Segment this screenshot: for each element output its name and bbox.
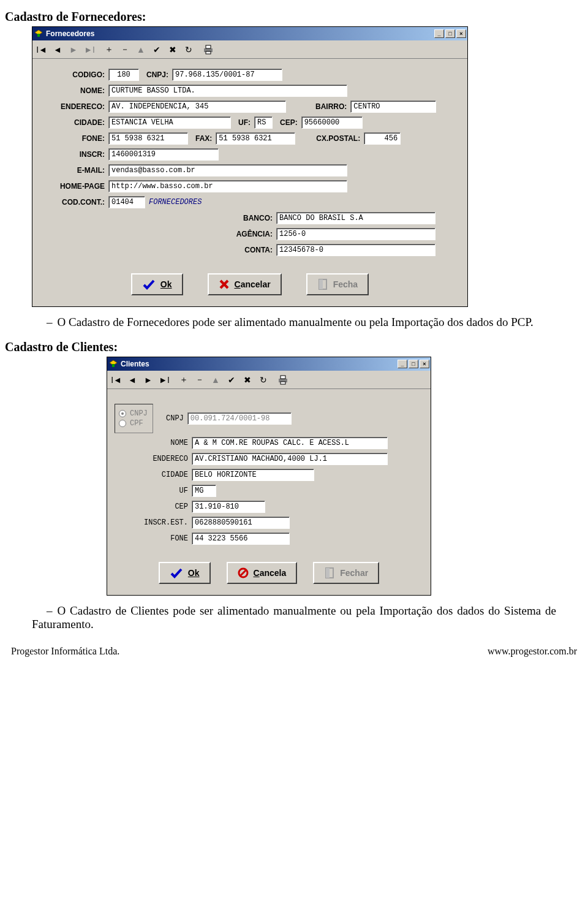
footer-right: www.progestor.com.br [488, 646, 577, 657]
titlebar[interactable]: Fornecedores _ □ × [32, 27, 467, 40]
next-record-icon[interactable]: ► [141, 373, 156, 387]
delete-record-icon[interactable]: － [192, 373, 207, 387]
endereco-field[interactable]: AV.CRISTIANO MACHADO,4000 LJ.1 [192, 453, 388, 465]
label-bairro: BAIRRO: [315, 102, 347, 111]
print-icon[interactable] [276, 373, 290, 387]
fecha-button[interactable]: Fecha [306, 273, 369, 295]
no-entry-icon [238, 567, 249, 578]
cnpj-field[interactable]: 97.968.135/0001-87 [172, 69, 282, 81]
post-record-icon[interactable]: ✔ [149, 42, 164, 57]
homepage-field[interactable]: http://www.basso.com.br [108, 180, 347, 192]
check-icon [142, 279, 156, 290]
prev-record-icon[interactable]: ◄ [50, 42, 65, 57]
last-record-icon[interactable]: ►I [82, 42, 97, 57]
toolbar: I◄ ◄ ► ►I ＋ － ▲ ✔ ✖ ↻ [107, 371, 431, 389]
label-fone: FONE: [40, 134, 105, 143]
ok-label: Ok [188, 568, 200, 578]
label-cxpostal: CX.POSTAL: [316, 134, 360, 143]
svg-rect-8 [319, 279, 323, 289]
cnpj-radio[interactable] [119, 410, 126, 417]
app-icon [108, 359, 118, 369]
add-record-icon[interactable]: ＋ [176, 373, 191, 387]
cep-field[interactable]: 95660000 [301, 116, 363, 129]
label-conta: CONTA: [230, 246, 273, 254]
fax-field[interactable]: 51 5938 6321 [216, 132, 295, 145]
codigo-field[interactable]: 180 [108, 69, 139, 81]
maximize-button[interactable]: □ [445, 29, 455, 38]
cancelar-button[interactable]: Cancelar [208, 273, 282, 295]
close-button[interactable]: × [456, 29, 466, 38]
ok-button[interactable]: Ok [131, 273, 183, 295]
label-cidade: CIDADE [115, 471, 188, 479]
post-record-icon[interactable]: ✔ [224, 373, 239, 387]
last-record-icon[interactable]: ►I [157, 373, 172, 387]
svg-rect-4 [206, 51, 211, 54]
fone-field[interactable]: 44 3223 5566 [192, 532, 290, 545]
minimize-button[interactable]: _ [434, 29, 444, 38]
edit-record-icon[interactable]: ▲ [208, 373, 223, 387]
label-fax: FAX: [195, 134, 212, 143]
first-record-icon[interactable]: I◄ [34, 42, 49, 57]
cidade-field[interactable]: ESTANCIA VELHA [108, 116, 231, 129]
label-homepage: HOME-PAGE [40, 182, 105, 191]
first-record-icon[interactable]: I◄ [109, 373, 124, 387]
codcont-helper: FORNECEDORES [149, 198, 202, 206]
delete-record-icon[interactable]: － [118, 42, 132, 57]
refresh-icon[interactable]: ↻ [181, 42, 196, 57]
fecha-label: Fecha [333, 279, 358, 289]
window-title: Clientes [121, 360, 398, 368]
ok-button[interactable]: Ok [159, 562, 211, 584]
doc-type-radio[interactable]: CNPJ CPF [115, 404, 153, 433]
label-uf: UF [115, 487, 188, 495]
cxpostal-field[interactable]: 456 [364, 132, 401, 145]
maximize-button[interactable]: □ [409, 360, 418, 368]
svg-rect-3 [206, 45, 211, 48]
label-inscr: INSCR: [40, 150, 105, 159]
label-nome: NOME: [40, 86, 105, 95]
nome-field[interactable]: CURTUME BASSO LTDA. [108, 85, 347, 97]
conta-field[interactable]: 12345678-0 [276, 244, 435, 256]
door-icon [324, 567, 335, 579]
label-uf: UF: [238, 118, 251, 127]
uf-field[interactable]: MG [192, 485, 216, 497]
edit-record-icon[interactable]: ▲ [134, 42, 148, 57]
print-icon[interactable] [201, 42, 216, 57]
email-field[interactable]: vendas@basso.com.br [108, 164, 347, 176]
fechar-button[interactable]: Fechar [313, 562, 379, 584]
inscrest-field[interactable]: 0628880590161 [192, 517, 290, 529]
window-fornecedores: Fornecedores _ □ × I◄ ◄ ► ►I ＋ － ▲ ✔ ✖ ↻… [32, 26, 468, 307]
codcont-field[interactable]: 01404 [108, 196, 145, 208]
label-endereco: ENDERECO: [40, 102, 105, 111]
cnpj-field[interactable]: 00.091.724/0001-98 [187, 412, 292, 425]
agencia-field[interactable]: 1256-0 [276, 228, 435, 240]
minimize-button[interactable]: _ [398, 360, 407, 368]
footer-left: Progestor Informática Ltda. [11, 646, 119, 657]
bairro-field[interactable]: CENTRO [350, 100, 436, 113]
close-button[interactable]: × [420, 360, 429, 368]
form-area: CNPJ CPF CNPJ 00.091.724/0001-98 NOME A … [107, 389, 431, 595]
inscr-field[interactable]: 1460001319 [108, 148, 219, 161]
cancel-record-icon[interactable]: ✖ [165, 42, 180, 57]
refresh-icon[interactable]: ↻ [256, 373, 271, 387]
uf-field[interactable]: RS [254, 116, 273, 129]
cidade-field[interactable]: BELO HORIZONTE [192, 469, 314, 481]
cancel-record-icon[interactable]: ✖ [240, 373, 255, 387]
banco-field[interactable]: BANCO DO BRASIL S.A [276, 212, 435, 224]
svg-rect-12 [281, 376, 285, 379]
cep-field[interactable]: 31.910-810 [192, 501, 265, 513]
window-title: Fornecedores [46, 29, 434, 38]
next-record-icon[interactable]: ► [66, 42, 81, 57]
label-inscrest: INSCR.EST. [115, 518, 188, 527]
heading-fornecedores: Cadastro de Fornecedores: [5, 10, 583, 24]
prev-record-icon[interactable]: ◄ [125, 373, 140, 387]
cpf-radio[interactable] [119, 420, 126, 427]
label-cep: CEP [115, 502, 188, 511]
endereco-field[interactable]: AV. INDEPENDENCIA, 345 [108, 100, 286, 113]
add-record-icon[interactable]: ＋ [102, 42, 116, 57]
titlebar[interactable]: Clientes _ □ × [107, 357, 431, 371]
body-fornecedores: –O Cadastro de Fornecedores pode ser ali… [32, 316, 556, 329]
cancela-button[interactable]: Cancela [227, 562, 298, 584]
ok-label: Ok [160, 279, 172, 289]
fone-field[interactable]: 51 5938 6321 [108, 132, 188, 145]
nome-field[interactable]: A & M COM.RE ROUPAS CALC. E ACESS.L [192, 437, 388, 449]
